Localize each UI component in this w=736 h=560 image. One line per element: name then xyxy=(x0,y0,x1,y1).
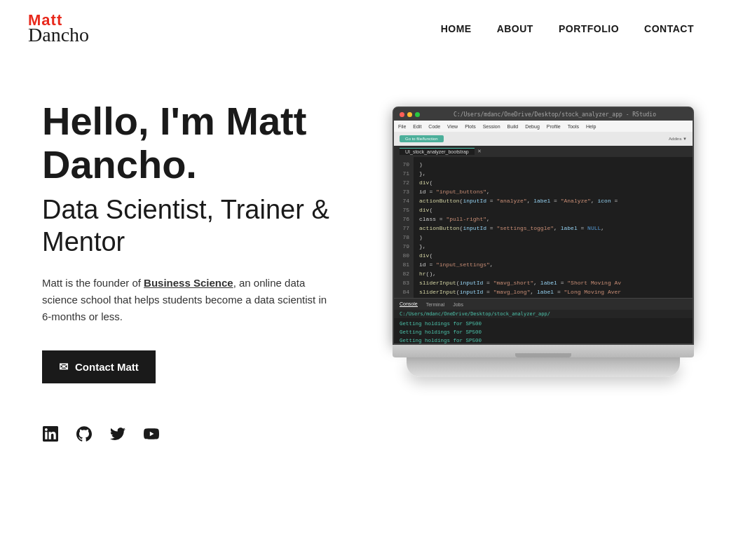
console-line-2: Getting holdings for SP500 xyxy=(400,328,687,336)
hero-desc-link[interactable]: Business Science xyxy=(144,277,233,289)
rstudio-title: C:/Users/mdanc/OneDrive/Desktop/stock_an… xyxy=(423,111,687,118)
hero-title: Hello, I'm Matt Dancho. xyxy=(42,100,350,186)
menu-code[interactable]: Code xyxy=(428,124,440,129)
youtube-icon[interactable] xyxy=(143,425,160,442)
logo[interactable]: Matt Dancho xyxy=(28,13,89,45)
linkedin-icon[interactable] xyxy=(42,425,59,442)
code-text: ) }, div( id = "input_buttons", actionBu… xyxy=(414,157,693,298)
rstudio-menubar: File Edit Code View Plots Session Build … xyxy=(394,121,693,132)
file-tab[interactable]: UI_stock_analyzer_bootstrap xyxy=(400,148,475,155)
console-path: C:/Users/mdanc/OneDrive/Desktop/stock_an… xyxy=(394,310,693,318)
social-icons xyxy=(42,425,350,442)
nav-contact[interactable]: CONTACT xyxy=(644,23,694,34)
console-tab-jobs[interactable]: Jobs xyxy=(453,302,463,307)
goto-file-btn[interactable]: Go to file/function xyxy=(400,135,444,142)
console-line-1: Getting holdings for SP500 xyxy=(400,320,687,328)
minimize-dot xyxy=(407,112,412,117)
contact-button[interactable]: ✉ Contact Matt xyxy=(42,350,156,383)
hero-subtitle: Data Scientist, Trainer & Mentor xyxy=(42,194,350,258)
nav-home[interactable]: HOME xyxy=(441,23,472,34)
menu-plots[interactable]: Plots xyxy=(465,124,476,129)
main-nav: HOME ABOUT PORTFOLIO CONTACT xyxy=(441,23,694,34)
nav-portfolio[interactable]: PORTFOLIO xyxy=(559,23,619,34)
right-panel: C:/Users/mdanc/OneDrive/Desktop/stock_an… xyxy=(379,100,708,377)
console-area: Console Terminal Jobs C:/Users/mdanc/One… xyxy=(394,298,693,345)
nav-about[interactable]: ABOUT xyxy=(497,23,533,34)
laptop-shadow xyxy=(407,357,680,377)
menu-file[interactable]: File xyxy=(398,124,406,129)
console-tab-terminal[interactable]: Terminal xyxy=(426,302,444,307)
header: Matt Dancho HOME ABOUT PORTFOLIO CONTACT xyxy=(0,0,736,57)
console-line-3: Getting holdings for SP500 xyxy=(400,336,687,345)
rstudio-toolbar: Go to file/function Addins ▼ xyxy=(394,132,693,146)
envelope-icon: ✉ xyxy=(59,360,68,374)
console-tabs: Console Terminal Jobs xyxy=(394,299,693,310)
menu-session[interactable]: Session xyxy=(483,124,500,129)
menu-view[interactable]: View xyxy=(447,124,458,129)
laptop-base xyxy=(393,345,694,357)
contact-button-label: Contact Matt xyxy=(75,361,139,373)
file-tab-bar: UI_stock_analyzer_bootstrap ✕ xyxy=(394,146,693,157)
menu-edit[interactable]: Edit xyxy=(413,124,421,129)
main-content: Hello, I'm Matt Dancho. Data Scientist, … xyxy=(0,57,736,470)
rstudio-titlebar: C:/Users/mdanc/OneDrive/Desktop/stock_an… xyxy=(394,108,693,121)
logo-dancho: Dancho xyxy=(28,25,89,45)
hero-description: Matt is the founder of Business Science,… xyxy=(42,275,336,325)
close-dot xyxy=(400,112,404,117)
laptop-screen: C:/Users/mdanc/OneDrive/Desktop/stock_an… xyxy=(393,107,694,345)
github-icon[interactable] xyxy=(76,425,93,442)
menu-build[interactable]: Build xyxy=(507,124,519,129)
left-panel: Hello, I'm Matt Dancho. Data Scientist, … xyxy=(42,100,379,442)
menu-help[interactable]: Help xyxy=(586,124,596,129)
maximize-dot xyxy=(415,112,420,117)
menu-tools[interactable]: Tools xyxy=(568,124,579,129)
laptop-mockup: C:/Users/mdanc/OneDrive/Desktop/stock_an… xyxy=(393,107,694,377)
hero-desc-before: Matt is the founder of xyxy=(42,277,144,289)
console-tab-console[interactable]: Console xyxy=(400,301,418,307)
code-editor: 7071727374 7576777879 8081828384 8586878… xyxy=(394,157,693,298)
menu-profile[interactable]: Profile xyxy=(547,124,561,129)
file-tab-actions: ✕ xyxy=(477,149,482,154)
twitter-icon[interactable] xyxy=(109,425,126,442)
console-output: Getting holdings for SP500 Getting holdi… xyxy=(394,318,693,345)
line-numbers: 7071727374 7576777879 8081828384 8586878… xyxy=(394,157,414,298)
menu-debug[interactable]: Debug xyxy=(525,124,540,129)
